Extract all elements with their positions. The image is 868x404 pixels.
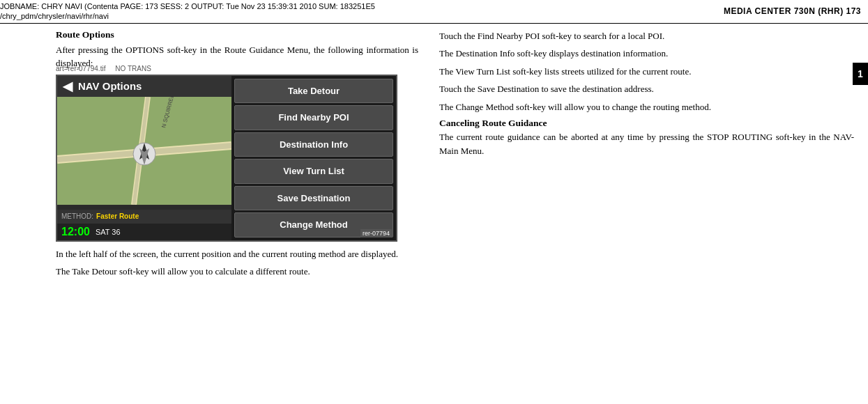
- destination-info-button[interactable]: Destination Info: [234, 132, 393, 157]
- nav-title: NAV Options: [78, 80, 142, 92]
- nav-device: ◀ NAV Options N SQU: [56, 75, 397, 242]
- right-para6: The current route guidance can be aborte…: [439, 130, 854, 157]
- back-arrow-icon: ◀: [63, 79, 73, 94]
- nav-header: ◀ NAV Options: [57, 76, 231, 97]
- header-right: MEDIA CENTER 730N (RHR) 173: [724, 6, 861, 16]
- caption1: In the left half of the screen, the curr…: [56, 247, 418, 261]
- right-column: Touch the Find Nearby POI soft-key to se…: [432, 29, 854, 397]
- method-value: Faster Route: [96, 212, 139, 220]
- map-area: ◀ NAV Options N SQU: [57, 76, 231, 240]
- header-line2: /chry_pdm/chrysler/navi/rhr/navi: [0, 11, 375, 21]
- canceling-title: Canceling Route Guidance: [439, 118, 854, 129]
- right-para1: Touch the Find Nearby POI soft-key to se…: [439, 29, 854, 43]
- map-svg: N SQUIRREL RD: [57, 97, 231, 205]
- time-display: 12:00: [61, 226, 90, 238]
- time-bar: 12:00 SAT 36: [57, 224, 231, 240]
- bottom-status: METHOD: Faster Route 12:00 SAT 36: [57, 210, 231, 240]
- right-para4: Touch the Save Destination to save the d…: [439, 82, 854, 96]
- art-label: art=rer-07794.tif NO TRANS: [56, 65, 151, 72]
- header-left: JOBNAME: CHRY NAVI (Contenta PAGE: 173 S…: [0, 1, 375, 22]
- save-destination-button[interactable]: Save Destination: [234, 186, 393, 211]
- right-para2: The Destination Info soft-key displays d…: [439, 47, 854, 61]
- find-nearby-poi-button[interactable]: Find Nearby POI: [234, 105, 393, 130]
- section-title: Route Options: [56, 29, 418, 40]
- method-bar: METHOD: Faster Route: [57, 210, 231, 224]
- header-line1: JOBNAME: CHRY NAVI (Contenta PAGE: 173 S…: [0, 1, 375, 11]
- take-detour-button[interactable]: Take Detour: [234, 79, 393, 104]
- method-label: METHOD:: [61, 212, 93, 220]
- image-reference: rer-07794: [360, 229, 392, 238]
- main-content: Route Options After pressing the OPTIONS…: [0, 24, 868, 403]
- left-column: Route Options After pressing the OPTIONS…: [56, 29, 418, 397]
- header: JOBNAME: CHRY NAVI (Contenta PAGE: 173 S…: [0, 0, 868, 24]
- chapter-tab: 1: [853, 63, 868, 85]
- right-para3: The View Turn List soft-key lists street…: [439, 65, 854, 79]
- caption2: The Take Detour soft-key will allow you …: [56, 265, 418, 279]
- buttons-area: Take Detour Find Nearby POI Destination …: [231, 76, 396, 240]
- sat-info: SAT 36: [96, 228, 121, 236]
- right-para5: The Change Method soft-key will allow yo…: [439, 100, 854, 114]
- view-turn-list-button[interactable]: View Turn List: [234, 159, 393, 184]
- map-graphic: N SQUIRREL RD: [57, 97, 231, 205]
